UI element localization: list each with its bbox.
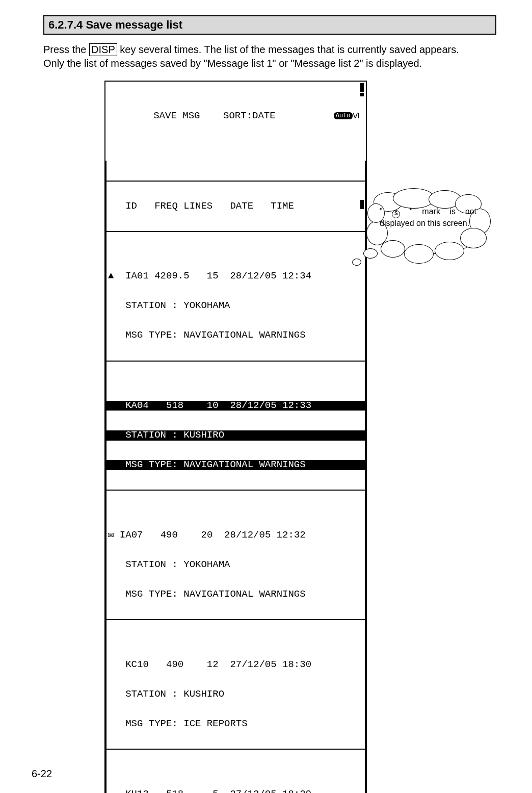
table-row: MSG TYPE: NAVIGATIONAL WARNINGS: [107, 330, 365, 340]
callout-text: " S " mark is not displayed on this scre…: [380, 207, 476, 229]
hr-top: [107, 181, 365, 182]
auto-badge-icon: Auto: [334, 112, 353, 119]
table-row: MSG TYPE: ICE REPORTS: [107, 719, 365, 729]
intro-post: key several times. The list of the messa…: [117, 44, 459, 55]
scrollbar-top-icon: [360, 83, 364, 92]
row-line1: KA04 518 10 28/12/05 12:33: [114, 400, 311, 411]
row-line1: KC10 490 12 27/12/05 18:30: [114, 659, 311, 670]
table-row-selected: MSG TYPE: NAVIGATIONAL WARNINGS: [107, 460, 365, 470]
section-header: 6.2.7.4 Save message list: [43, 15, 496, 35]
hr-row: [107, 749, 365, 750]
page-number: 6-22: [32, 768, 52, 780]
row-line3: MSG TYPE: ICE REPORTS: [114, 718, 247, 729]
scrollbar-thumb-icon: [360, 93, 364, 96]
terminal-title-row: SAVE MSG SORT:DATE AutoⅥ: [105, 101, 366, 131]
scrollbar-mid-icon: [360, 200, 364, 209]
save-mark-icon: S: [392, 210, 400, 218]
row-line3: MSG TYPE: NAVIGATIONAL WARNINGS: [114, 459, 305, 470]
terminal-body: ID FREQ LINES DATE TIME ▲ IA01 4209.5 15…: [105, 161, 366, 793]
row-line2: STATION : YOKOHAMA: [114, 300, 230, 311]
roman-six-icon: Ⅵ: [353, 111, 360, 120]
table-row: KH13 518 5 27/12/05 18:29: [107, 789, 365, 793]
table-row-selected: KA04 518 10 28/12/05 12:33: [107, 401, 365, 411]
table-row: ▲ IA01 4209.5 15 28/12/05 12:34: [107, 271, 365, 281]
row-line1: KH13 518 5 27/12/05 18:29: [114, 788, 311, 793]
hr-row: [107, 361, 365, 362]
table-row: STATION : YOKOHAMA: [107, 560, 365, 570]
terminal-title-text: SAVE MSG SORT:DATE: [153, 110, 275, 121]
up-arrow-icon: ▲: [108, 270, 114, 282]
terminal-screen: SAVE MSG SORT:DATE AutoⅥ ID FREQ LINES D…: [104, 81, 367, 793]
table-row: KC10 490 12 27/12/05 18:30: [107, 660, 365, 670]
intro-pre: Press the: [43, 44, 89, 55]
row-line2: STATION : KUSHIRO: [114, 688, 224, 700]
table-row-selected: STATION : KUSHIRO: [107, 430, 365, 440]
intro-paragraph: Press the DISP key several times. The li…: [43, 43, 496, 70]
section-number: 6.2.7.4: [48, 18, 83, 31]
hr-row: [107, 490, 365, 491]
row-line1: IA01 4209.5 15 28/12/05 12:34: [114, 270, 311, 282]
row-line2: STATION : YOKOHAMA: [114, 559, 230, 570]
hr-row: [107, 619, 365, 620]
table-row: STATION : KUSHIRO: [107, 689, 365, 699]
intro-line2: Only the list of messages saved by "Mess…: [43, 58, 422, 69]
hr-header: [107, 231, 365, 232]
terminal-header-row: ID FREQ LINES DATE TIME: [107, 201, 365, 211]
table-row: MSG TYPE: NAVIGATIONAL WARNINGS: [107, 590, 365, 599]
callout-quote-open: ": [380, 207, 392, 216]
callout-cloud: " S " mark is not displayed on this scre…: [372, 198, 504, 279]
row-line3: MSG TYPE: NAVIGATIONAL WARNINGS: [114, 589, 305, 600]
row-line2: STATION : KUSHIRO: [114, 429, 224, 441]
table-row: STATION : YOKOHAMA: [107, 301, 365, 311]
mail-icon: ✉: [108, 529, 114, 541]
row-line3: MSG TYPE: NAVIGATIONAL WARNINGS: [114, 329, 305, 341]
section-title: Save message list: [86, 18, 182, 31]
disp-key: DISP: [89, 43, 117, 56]
row-line1: IA07 490 20 28/12/05 12:32: [114, 529, 305, 541]
table-row: ✉ IA07 490 20 28/12/05 12:32: [107, 530, 365, 540]
